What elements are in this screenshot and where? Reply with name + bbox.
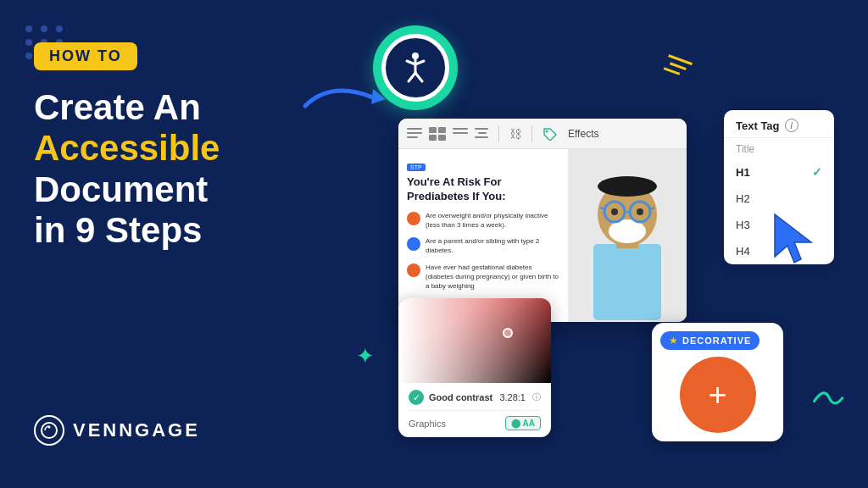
deco-lines-top	[661, 52, 694, 85]
doc-toolbar: ⛓ Effects	[398, 119, 687, 149]
tag-item-h1[interactable]: H1 ✓	[724, 158, 834, 186]
svg-line-7	[409, 73, 415, 81]
svg-point-0	[42, 423, 57, 438]
doc-item-text-3: Have ever had gestational diabetes (diab…	[426, 263, 559, 291]
toolbar-separator	[498, 125, 499, 142]
star-icon: ★	[669, 335, 678, 347]
gradient-overlay	[398, 298, 551, 383]
tag-title-label: Title	[724, 138, 834, 158]
tag-icon	[542, 127, 558, 141]
decorative-panel: ★ DECORATIVE +	[652, 323, 783, 441]
h1-label: H1	[736, 166, 750, 179]
contrast-row: ✓ Good contrast 3.28:1 ⓘ	[409, 390, 541, 405]
deco-star-bottom: ✦	[356, 343, 375, 369]
doc-heading: You're At Risk For Prediabetes If You:	[407, 175, 559, 204]
effects-button[interactable]: Effects	[568, 128, 598, 140]
title-line2: Accessible	[34, 128, 322, 169]
info-icon: i	[785, 119, 798, 132]
color-panel-footer: ✓ Good contrast 3.28:1 ⓘ Graphics ⬤ AA	[398, 383, 551, 437]
accessibility-svg	[397, 49, 434, 86]
color-picker-dot	[503, 328, 513, 338]
toolbar-separator2	[531, 125, 532, 142]
svg-point-21	[637, 208, 643, 215]
check-mark: ✓	[812, 165, 822, 179]
main-title: Create An Accessible Document in 9 Steps	[34, 87, 322, 251]
doc-item-1: Are overweight and/or physically inactiv…	[407, 211, 559, 230]
link-icon: ⛓	[509, 127, 521, 141]
text-tag-label: Text Tag	[736, 119, 780, 132]
title-line3: Document	[34, 169, 322, 210]
color-gradient	[398, 298, 551, 383]
h4-label: H4	[736, 245, 750, 258]
h2-label: H2	[736, 192, 750, 205]
h3-label: H3	[736, 219, 750, 231]
svg-line-8	[415, 73, 422, 81]
item-icon-1	[407, 212, 420, 225]
doc-label: STP	[407, 164, 426, 171]
avatar-illustration	[572, 151, 682, 320]
svg-point-9	[546, 130, 548, 132]
item-icon-3	[407, 263, 420, 277]
item-icon-2	[407, 237, 420, 251]
aa-icon: ⬤	[511, 419, 522, 428]
logo-icon	[34, 415, 64, 446]
doc-right	[568, 149, 687, 322]
how-to-label: HOW TO	[49, 47, 122, 64]
svg-point-20	[611, 208, 618, 215]
title-line1: Create An	[34, 87, 322, 128]
svg-line-24	[670, 64, 686, 69]
venngage-logo-svg	[40, 421, 58, 440]
svg-marker-22	[775, 214, 811, 263]
title-line4: in 9 Steps	[34, 210, 322, 251]
doc-content: STP You're At Risk For Prediabetes If Yo…	[398, 149, 687, 322]
svg-rect-10	[593, 244, 661, 320]
decorative-label: DECORATIVE	[682, 336, 751, 346]
document-panel: ⛓ Effects STP You're At Risk For Prediab…	[398, 119, 687, 322]
indent-icon	[475, 128, 488, 140]
logo-section: VENNGAGE	[34, 415, 200, 446]
contrast-info-icon: ⓘ	[532, 391, 541, 403]
graphics-row: Graphics ⬤ AA	[409, 410, 541, 430]
left-section: HOW TO Create An Accessible Document in …	[34, 42, 322, 251]
tag-item-h2[interactable]: H2	[724, 186, 834, 212]
check-circle-icon: ✓	[409, 390, 424, 405]
svg-point-13	[598, 176, 657, 197]
aa-label: AA	[523, 419, 535, 428]
grid-icon	[429, 127, 446, 141]
logo-text: VENNGAGE	[73, 419, 200, 441]
graphics-label: Graphics	[409, 419, 446, 429]
color-panel: ✓ Good contrast 3.28:1 ⓘ Graphics ⬤ AA	[398, 298, 551, 437]
doc-left: STP You're At Risk For Prediabetes If Yo…	[398, 149, 568, 322]
doc-item-3: Have ever had gestational diabetes (diab…	[407, 263, 559, 291]
contrast-text: Good contrast	[429, 392, 492, 402]
contrast-ratio: 3.28:1	[499, 392, 526, 402]
doc-item-text-2: Are a parent and/or sibling with type 2 …	[426, 236, 559, 255]
medical-icon-circle: +	[680, 357, 756, 433]
decorative-badge: ★ DECORATIVE	[660, 331, 760, 350]
svg-line-25	[664, 69, 680, 75]
accessibility-icon-inner	[381, 34, 449, 102]
text-tag-header: Text Tag i	[724, 110, 834, 137]
list-icon	[453, 128, 468, 140]
doc-item-text-1: Are overweight and/or physically inactiv…	[426, 211, 559, 230]
aa-badge: ⬤ AA	[505, 416, 541, 430]
deco-squiggle	[805, 380, 849, 424]
plus-icon: +	[708, 379, 726, 411]
align-icon	[407, 128, 422, 140]
how-to-badge: HOW TO	[34, 42, 137, 70]
accessibility-circle	[373, 25, 458, 110]
doc-item-2: Are a parent and/or sibling with type 2 …	[407, 236, 559, 255]
svg-point-1	[48, 426, 51, 429]
cursor	[771, 210, 821, 273]
